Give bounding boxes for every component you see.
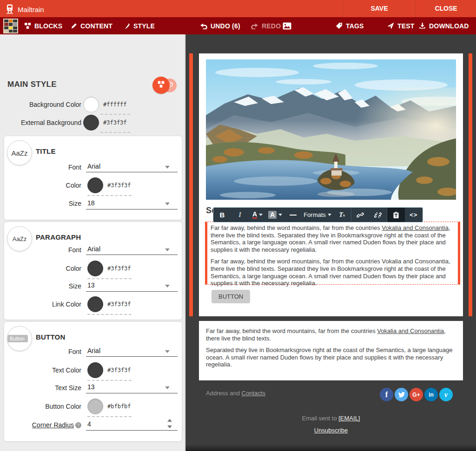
paragraph-color-label: Color	[0, 265, 81, 272]
chevron-down-icon[interactable]	[165, 386, 170, 389]
tab-style[interactable]: STYLE	[124, 17, 155, 34]
gallery-button[interactable]	[283, 17, 291, 34]
button-color-value[interactable]: #bfbfbf	[107, 403, 131, 410]
sent-to-line: Email sent to [EMAIL]	[199, 415, 463, 422]
title-font-select[interactable]: Arial	[87, 163, 100, 170]
brush-icon	[124, 23, 130, 29]
email-token-link[interactable]: [EMAIL]	[338, 415, 360, 422]
title-font-label: Font	[0, 163, 81, 171]
unlink-button[interactable]	[369, 208, 387, 222]
paste-as-text-button[interactable]	[387, 208, 405, 222]
background-color-swatch[interactable]	[83, 97, 99, 112]
spinner-up-icon[interactable]	[167, 419, 172, 422]
block-selection-bar-right	[469, 53, 472, 316]
tab-blocks[interactable]: BLOCKS	[24, 17, 62, 34]
background-color-value[interactable]: #ffffff	[103, 101, 127, 108]
button-text-color-label: Text Color	[0, 366, 81, 374]
train-logo-icon	[5, 4, 15, 15]
external-background-value[interactable]: #3f3f3f	[103, 119, 127, 126]
save-button[interactable]: SAVE	[343, 0, 416, 17]
download-button[interactable]: DOWNLOAD	[419, 17, 469, 34]
text-block-secondary[interactable]: Far far away, behind the word mountains,…	[206, 327, 456, 373]
redo-button[interactable]: REDO	[251, 17, 281, 34]
paragraph-link-color-swatch[interactable]	[87, 296, 103, 312]
title-size-select[interactable]: 18	[87, 199, 95, 207]
background-color-button[interactable]: A	[266, 208, 284, 222]
chevron-down-icon[interactable]	[278, 214, 282, 216]
paragraph: Far far away, behind the word mountains,…	[211, 224, 455, 253]
button-text-size-select[interactable]: 13	[87, 383, 95, 391]
help-icon[interactable]: ?	[75, 422, 81, 428]
button-text-color-value[interactable]: #3f3f3f	[107, 367, 131, 373]
vimeo-icon[interactable]: v	[439, 388, 453, 401]
button-font-select[interactable]: Arial	[87, 347, 100, 354]
paragraph-color-swatch[interactable]	[87, 261, 103, 276]
chevron-down-icon[interactable]	[259, 214, 263, 216]
underline	[86, 356, 178, 357]
richtext-toolbar: B I A A Formats Tx	[213, 207, 423, 222]
underline	[87, 416, 132, 417]
blocks-icon	[157, 80, 165, 90]
twitter-icon[interactable]	[395, 388, 408, 401]
external-background-swatch[interactable]	[83, 115, 99, 131]
text-block-editable[interactable]: Far far away, behind the word mountains,…	[205, 222, 460, 285]
bold-button[interactable]: B	[213, 208, 231, 222]
spinner-down-icon[interactable]	[167, 425, 172, 428]
chevron-down-icon[interactable]	[165, 285, 170, 288]
paragraph-link-color-value[interactable]: #3f3f3f	[107, 301, 131, 307]
chevron-down-icon[interactable]	[165, 166, 170, 169]
text-link[interactable]: Vokalia and Consonantia	[377, 327, 444, 334]
corner-radius-label: Corner Radius?	[0, 421, 81, 429]
tab-content[interactable]: CONTENT	[71, 17, 112, 34]
download-icon	[419, 22, 426, 29]
facebook-icon[interactable]: f	[380, 388, 393, 401]
underline	[86, 393, 178, 393]
unlink-icon	[374, 211, 382, 219]
undo-button[interactable]: UNDO (6)	[200, 17, 240, 34]
title-color-value[interactable]: #3f3f3f	[107, 182, 131, 189]
contacts-link[interactable]: Contacts	[242, 390, 265, 397]
close-button[interactable]: CLOSE	[415, 0, 476, 17]
title-color-swatch[interactable]	[87, 177, 103, 193]
bottom-shadow	[185, 444, 476, 451]
paragraph-size-select[interactable]: 13	[87, 281, 95, 289]
text-color-button[interactable]: A	[249, 208, 266, 222]
hero-image[interactable]	[206, 59, 456, 200]
hr-button[interactable]	[284, 208, 302, 222]
underline	[100, 114, 130, 115]
italic-button[interactable]: I	[231, 208, 249, 222]
chevron-down-icon[interactable]	[165, 350, 170, 353]
paragraph: Far far away, behind the word mountains,…	[206, 327, 456, 342]
style-sidebar: MAIN STYLE Background Color #ffffff Exte…	[0, 34, 185, 451]
button-color-swatch[interactable]	[87, 399, 103, 414]
chevron-down-icon[interactable]	[165, 248, 170, 251]
formats-dropdown[interactable]: Formats	[302, 208, 333, 222]
paragraph-card-heading: PARAGRAPH	[36, 233, 81, 241]
email-button[interactable]: BUTTON	[212, 290, 250, 303]
chevron-down-icon[interactable]	[165, 203, 170, 205]
tags-button[interactable]: TAGS	[336, 17, 364, 34]
paragraph-color-value[interactable]: #3f3f3f	[107, 265, 131, 272]
text-link[interactable]: Vokalia and Consonantia	[382, 224, 449, 231]
title-card-heading: TITLE	[36, 147, 56, 155]
test-button[interactable]: TEST	[387, 17, 415, 34]
linkedin-icon[interactable]: in	[424, 388, 438, 401]
paragraph: Separated they live in Bookmarksgrove ri…	[206, 346, 456, 368]
pencil-icon	[71, 23, 77, 29]
button-card-heading: BUTTON	[36, 333, 65, 341]
app-brand: Mailtrain	[5, 4, 44, 15]
unsubscribe-link[interactable]: Unsubscribe	[314, 427, 348, 434]
external-background-label: External Background	[0, 119, 81, 126]
link-button[interactable]	[351, 208, 369, 222]
background-color-label: Background Color	[0, 101, 81, 108]
corner-radius-input[interactable]: 4	[87, 420, 91, 428]
button-text-color-swatch[interactable]	[87, 362, 103, 378]
underline	[87, 278, 132, 279]
blocks-toggle-button[interactable]	[152, 77, 170, 94]
paragraph-font-select[interactable]: Arial	[87, 245, 100, 253]
clear-formatting-button[interactable]: Tx	[333, 208, 351, 222]
googleplus-icon[interactable]: G+	[410, 388, 423, 401]
title-color-label: Color	[0, 182, 81, 189]
button-preview-circle: Button	[7, 326, 32, 351]
source-code-button[interactable]: <>	[405, 208, 423, 222]
